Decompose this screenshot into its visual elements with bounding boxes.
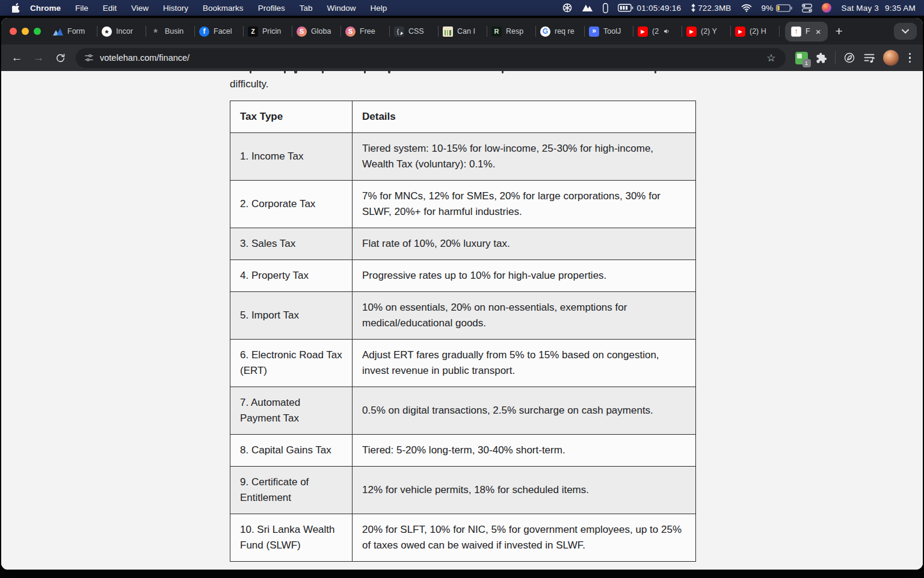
tax-details-cell: 7% for MNCs, 12% for SMEs, 20% for large… xyxy=(353,181,696,228)
minimize-window-button[interactable] xyxy=(22,28,29,35)
clipped-text-line xyxy=(1,71,923,73)
menu-item[interactable]: Bookmarks xyxy=(196,4,251,13)
browser-tab[interactable]: Resp xyxy=(489,21,534,42)
tax-type-cell: 7. Automated Payment Tax xyxy=(230,387,353,435)
table-header-row: Tax Type Details xyxy=(230,101,696,133)
menu-item[interactable]: Edit xyxy=(96,4,124,13)
tax-type-cell: 3. Sales Tax xyxy=(230,228,353,260)
tab-search-button[interactable] xyxy=(894,23,917,40)
browser-tab[interactable]: Incor xyxy=(99,21,144,42)
tab-favicon xyxy=(491,26,502,37)
tab-audio-icon[interactable] xyxy=(663,28,670,35)
browser-tab[interactable]: Form xyxy=(51,21,95,42)
table-row: 8. Capital Gains Tax Tiered: 5-20% long-… xyxy=(230,435,696,467)
browser-toolbar: ← → votelehan.com/finance/ ☆ 1 xyxy=(1,45,923,71)
reload-button[interactable] xyxy=(51,48,70,67)
tab-label: (2 xyxy=(652,27,659,36)
fullscreen-window-button[interactable] xyxy=(34,28,41,35)
keyboard-battery-icon[interactable]: 01:05:49:16 xyxy=(618,4,682,13)
tab-favicon xyxy=(638,26,648,37)
extensions-puzzle-icon[interactable] xyxy=(816,52,827,64)
tax-type-cell: 5. Import Tax xyxy=(230,292,353,340)
siri-icon[interactable] xyxy=(822,3,831,13)
intro-paragraph: difficulty. xyxy=(230,76,269,92)
back-button[interactable]: ← xyxy=(7,48,26,67)
browser-tab[interactable]: Busin xyxy=(148,21,192,42)
tab-favicon xyxy=(345,26,356,37)
tab-separator xyxy=(584,26,585,37)
control-center-icon[interactable] xyxy=(802,4,812,13)
tab-label: Resp xyxy=(506,27,523,36)
menu-item[interactable]: View xyxy=(124,4,156,13)
throughput-value: 722.3MB xyxy=(698,4,731,13)
browser-tab[interactable]: ToolJ xyxy=(587,21,631,42)
apple-logo-icon[interactable] xyxy=(10,3,23,13)
browser-tab[interactable]: CSS xyxy=(392,21,436,42)
new-tab-button[interactable]: + xyxy=(828,24,849,39)
menu-item[interactable]: Help xyxy=(363,4,394,13)
address-bar[interactable]: votelehan.com/finance/ ☆ xyxy=(76,48,786,68)
browser-tab[interactable]: Can I xyxy=(440,21,485,42)
tab-label: Busin xyxy=(165,27,183,36)
tab-separator xyxy=(682,26,682,37)
battery-percent: 9% xyxy=(762,4,774,13)
media-controls-icon[interactable] xyxy=(863,52,875,64)
tab-separator xyxy=(730,26,731,37)
tab-label: Can I xyxy=(457,27,475,36)
menu-item[interactable]: File xyxy=(68,4,96,13)
browser-tab[interactable]: (2) H xyxy=(733,21,777,42)
tab-label: (2) Y xyxy=(701,27,717,36)
browser-tab[interactable]: req re xyxy=(538,21,582,42)
tab-strip: Form Incor Busin xyxy=(1,18,923,45)
tab-label: Form xyxy=(67,27,85,36)
tab-favicon xyxy=(735,26,745,37)
browser-tab[interactable]: (2) Y xyxy=(684,21,728,42)
browser-menu-icon[interactable] xyxy=(907,53,914,63)
column-header-tax-type: Tax Type xyxy=(230,101,353,133)
table-row: 3. Sales Tax Flat rate of 10%, 20% luxur… xyxy=(230,228,696,260)
wifi-icon[interactable] xyxy=(741,4,752,12)
tax-type-cell: 6. Electronic Road Tax (ERT) xyxy=(230,340,353,387)
tax-details-cell: 12% for vehicle permits, 18% for schedul… xyxy=(353,467,696,514)
profile-avatar[interactable] xyxy=(883,50,899,66)
tab-close-icon[interactable]: × xyxy=(815,26,822,37)
menu-item[interactable]: Window xyxy=(319,4,363,13)
forward-button[interactable]: → xyxy=(29,48,48,67)
menu-item[interactable]: History xyxy=(156,4,196,13)
tab-separator xyxy=(535,26,536,37)
site-settings-icon[interactable] xyxy=(84,53,94,63)
tab-separator xyxy=(487,26,487,37)
tab-label: Incor xyxy=(116,27,133,36)
mountain-peaks-status-icon[interactable] xyxy=(582,4,593,12)
tab-label: CSS xyxy=(408,27,424,36)
tab-favicon xyxy=(540,26,550,37)
device-pill-status-icon[interactable] xyxy=(603,3,608,13)
menu-item[interactable]: Tab xyxy=(292,4,320,13)
url-text[interactable]: votelehan.com/finance/ xyxy=(100,53,765,63)
browser-tab[interactable]: Free xyxy=(343,21,387,42)
close-window-button[interactable] xyxy=(10,28,17,35)
browser-tab[interactable]: (2 xyxy=(635,21,680,42)
active-tab[interactable]: F × xyxy=(785,22,828,42)
tab-label: Free xyxy=(360,27,375,36)
battery-status[interactable]: 9% xyxy=(762,4,793,13)
menu-date[interactable]: Sat May 3 xyxy=(841,4,879,13)
energy-saver-icon[interactable] xyxy=(843,52,855,64)
network-throughput[interactable]: 722.3MB xyxy=(691,4,731,13)
openai-status-icon[interactable] xyxy=(562,3,572,13)
tab-separator xyxy=(633,26,633,37)
browser-tab[interactable]: Globa xyxy=(294,21,339,42)
tab-separator xyxy=(292,26,292,37)
desktop-screen: Chrome FileEditViewHistoryBookmarksProfi… xyxy=(0,0,924,578)
menu-item[interactable]: Profiles xyxy=(251,4,292,13)
tax-type-cell: 8. Capital Gains Tax xyxy=(230,435,353,467)
active-tab-label: F xyxy=(805,27,810,36)
browser-tab[interactable]: Pricin xyxy=(245,21,290,42)
extension-shortcut[interactable]: 1 xyxy=(795,52,808,64)
menu-app-name[interactable]: Chrome xyxy=(23,4,68,13)
tax-details-cell: Progressive rates up to 10% for high-val… xyxy=(353,260,696,292)
browser-tab[interactable]: Facel xyxy=(197,21,241,42)
menu-clock[interactable]: 9:35 AM xyxy=(885,4,916,13)
tax-type-cell: 1. Income Tax xyxy=(230,133,353,181)
bookmark-star-icon[interactable]: ☆ xyxy=(765,52,777,64)
